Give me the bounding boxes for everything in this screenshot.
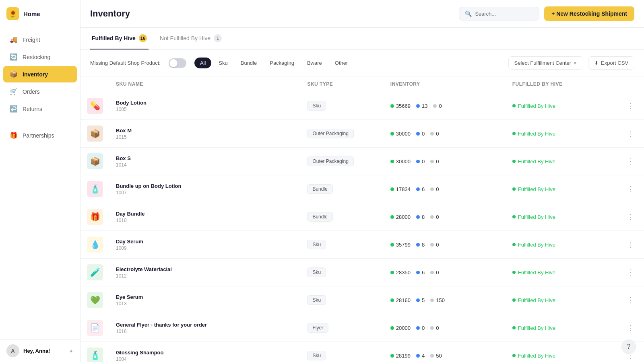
sidebar-item-orders[interactable]: 🛒Orders [3, 83, 77, 100]
inventory-icon: 📦 [10, 70, 18, 78]
inv-green-value: 17834 [396, 186, 411, 192]
export-csv-button[interactable]: ⬇ Export CSV [588, 56, 634, 70]
sidebar-item-inventory[interactable]: 📦Inventory [3, 66, 77, 82]
missing-product-toggle[interactable] [169, 58, 186, 68]
product-sku-id: 1013 [116, 301, 143, 306]
product-info: Day Bundle 1010 [116, 211, 294, 223]
row-more-button[interactable]: ⋮ [624, 183, 638, 195]
row-more-button[interactable]: ⋮ [624, 239, 638, 251]
tab-fulfilled[interactable]: Fulfilled By Hive 16 [90, 28, 149, 49]
product-details: Box M 1015 [116, 128, 132, 140]
inv-blue-group: 8 [416, 214, 425, 220]
green-dot [390, 243, 394, 247]
inv-gray-value: 0 [436, 214, 439, 220]
inv-gray-value: 0 [436, 131, 439, 137]
product-name-cell: Day Serum 1009 [109, 231, 301, 259]
sidebar-item-freight[interactable]: 🚚Freight [3, 31, 77, 48]
fulfilled-cell: Fulfilled By Hive [506, 342, 616, 362]
blue-dot [416, 354, 420, 358]
product-thumb-icon: 📄 [87, 320, 103, 336]
returns-icon: ↩️ [10, 105, 18, 113]
sku-type-cell: Bundle [301, 203, 384, 231]
inventory-cell: 30000 0 0 [384, 148, 506, 175]
filter-chip-bware[interactable]: Bware [301, 58, 328, 68]
fulfilled-status: Fulfilled By Hive [512, 242, 609, 248]
row-more-button[interactable]: ⋮ [624, 322, 638, 334]
table-row: 📦 Box M 1015 Outer Packaging 30000 [80, 120, 644, 148]
filter-chip-other[interactable]: Other [329, 58, 354, 68]
inv-gray-group: 0 [430, 131, 439, 137]
row-more-button[interactable]: ⋮ [624, 128, 638, 140]
product-thumbnail: 💊 [80, 92, 109, 120]
export-label: Export CSV [601, 60, 628, 66]
sidebar-logo[interactable]: 🌻 Home [0, 0, 80, 27]
row-more-button[interactable]: ⋮ [624, 155, 638, 167]
product-name: Body Lotion [116, 100, 147, 106]
sidebar-footer[interactable]: A Hey, Anna! ▲ [0, 339, 80, 362]
inventory-cell: 20000 0 0 [384, 314, 506, 342]
row-more-button[interactable]: ⋮ [624, 266, 638, 278]
product-thumb-icon: 🎁 [87, 209, 103, 225]
search-box[interactable]: 🔍 [459, 7, 539, 21]
sku-type-cell: Outer Packaging [301, 120, 384, 148]
sidebar-item-partnerships[interactable]: 🎁Partnerships [3, 127, 77, 144]
filter-chip-sku[interactable]: Sku [213, 58, 233, 68]
product-thumbnail: 💚 [80, 286, 109, 314]
filter-chip-packaging[interactable]: Packaging [264, 58, 300, 68]
col-inventory: Inventory [384, 76, 506, 92]
row-more-button[interactable]: ⋮ [624, 211, 638, 223]
sidebar-item-returns[interactable]: ↩️Returns [3, 101, 77, 117]
action-cell: ⋮ [616, 203, 644, 231]
filter-chip-all[interactable]: All [194, 58, 211, 68]
gray-dot [430, 354, 434, 358]
product-name-cell: General Flyer - thanks for your order 10… [109, 314, 301, 342]
sidebar-item-label: Restocking [23, 54, 50, 60]
table-row: 🧪 Electrolyte Waterfacial 1012 Sku 28350 [80, 259, 644, 286]
sidebar-item-restocking[interactable]: 🔄Restocking [3, 49, 77, 65]
inventory-dots: 35799 8 0 [390, 242, 500, 248]
product-thumbnail: 📄 [80, 314, 109, 342]
product-details: General Flyer - thanks for your order 10… [116, 322, 207, 334]
tab-not-fulfilled[interactable]: Not Fulfilled By Hive 1 [158, 28, 223, 49]
chevron-down-icon: ▼ [573, 61, 577, 66]
inv-blue-value: 5 [422, 297, 425, 303]
sku-type-cell: Sku [301, 231, 384, 259]
inventory-dots: 28160 5 150 [390, 297, 500, 303]
chevron-up-icon: ▲ [69, 348, 74, 354]
main: Inventory 🔍 + New Restocking Shipment Fu… [80, 0, 644, 362]
product-thumbnail: 💧 [80, 231, 109, 259]
filters-bar: Missing Default Shop Product: AllSkuBund… [80, 50, 644, 76]
blue-dot [416, 215, 420, 219]
fulfillment-center-select[interactable]: Select Fulfillment Center ▼ [508, 56, 584, 70]
sku-type-badge: Flyer [307, 323, 328, 333]
inventory-cell: 35799 8 0 [384, 231, 506, 259]
green-dot [390, 271, 394, 274]
product-details: Day Serum 1009 [116, 239, 143, 251]
product-name: Bundle up on Body Lotion [116, 183, 181, 189]
sku-type-cell: Outer Packaging [301, 148, 384, 175]
help-button[interactable]: ? [621, 339, 636, 354]
green-dot [390, 326, 394, 330]
sku-type-cell: Sku [301, 342, 384, 362]
col-thumb [80, 76, 109, 92]
gray-dot [430, 215, 434, 219]
inv-green-group: 30000 [390, 131, 411, 137]
green-dot [390, 298, 394, 302]
row-more-button[interactable]: ⋮ [624, 294, 638, 306]
product-details: Bundle up on Body Lotion 1007 [116, 183, 181, 195]
product-thumb-icon: 🧪 [87, 264, 103, 280]
fulfilled-dot [512, 271, 516, 274]
product-thumb-icon: 💚 [87, 292, 103, 308]
fulfilled-label: Fulfilled By Hive [518, 242, 555, 248]
gray-dot [430, 243, 434, 247]
new-shipment-button[interactable]: + New Restocking Shipment [544, 6, 634, 21]
filter-chip-bundle[interactable]: Bundle [235, 58, 262, 68]
inv-gray-group: 150 [430, 297, 445, 303]
inv-green-group: 20000 [390, 325, 411, 331]
fulfillment-select-label: Select Fulfillment Center [514, 60, 572, 66]
search-input[interactable] [475, 11, 533, 17]
inv-green-group: 35799 [390, 242, 411, 248]
header: Inventory 🔍 + New Restocking Shipment [80, 0, 644, 28]
col-fulfilled-by-hive: Fulfilled by Hive [506, 76, 616, 92]
row-more-button[interactable]: ⋮ [624, 100, 638, 112]
